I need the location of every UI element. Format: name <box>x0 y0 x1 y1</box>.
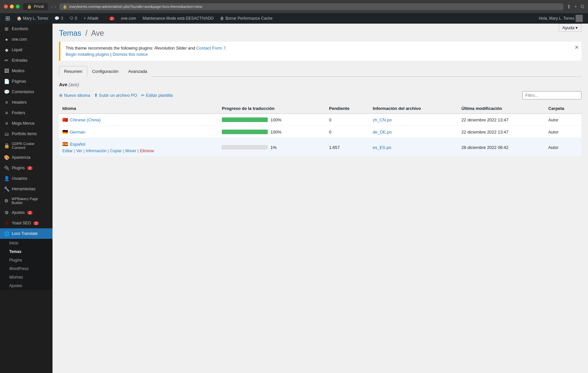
url-text: maryltorres.com/wp-admin/admin.php?bundl… <box>69 5 202 9</box>
sidebar-item-ajustes[interactable]: ⚙ Ajustes 2 <box>0 207 52 218</box>
onecom-icon: ● <box>4 37 9 42</box>
browser-actions: ⬆ + ⧉ <box>567 4 584 10</box>
file-link[interactable]: es_ES.po <box>373 145 391 150</box>
tab-configuracion[interactable]: Configuración <box>87 66 123 77</box>
loco-sub-idiomas[interactable]: Idiomas <box>0 273 52 281</box>
file-cell: es_ES.po <box>369 138 458 157</box>
lang-name-link[interactable]: Español <box>70 142 85 147</box>
sidebar-item-onecom[interactable]: ● one.com <box>0 34 52 45</box>
col-idioma: Idioma <box>59 103 219 114</box>
share-icon[interactable]: ⬆ <box>567 4 571 10</box>
loco-sub-plugins[interactable]: Plugins <box>0 256 52 264</box>
ver-action[interactable]: Ver <box>76 149 82 153</box>
sidebar-item-headers[interactable]: ≡ Headers <box>0 97 52 108</box>
breadcrumb-separator: / <box>85 29 87 37</box>
sidebar-item-liquid[interactable]: ◆ Liquid <box>0 45 52 55</box>
forward-button[interactable]: › <box>54 4 56 9</box>
speech-bubble-button[interactable]: 🗨 0 <box>67 13 80 24</box>
new-content-button[interactable]: + Añadir <box>81 13 101 24</box>
sidebar-item-footers[interactable]: ≡ Footers <box>0 108 52 118</box>
edit-template-label: Editar plantilla <box>146 93 173 98</box>
sidebar-item-medios[interactable]: 🖼 Medios <box>0 66 52 76</box>
sidebar-item-escritorio[interactable]: ⊞ Escritorio <box>0 24 52 34</box>
copiar-action[interactable]: Copiar <box>110 149 121 153</box>
trash-icon: 🗑 <box>220 16 224 21</box>
mover-action[interactable]: Mover <box>125 149 136 153</box>
install-plugins-link[interactable]: Begin installing plugins <box>66 52 109 57</box>
browser-tab[interactable]: 🔒 Privat <box>23 3 48 10</box>
sidebar-item-loco[interactable]: 🌐 Loco Translate <box>0 228 52 239</box>
greeting-text: Hola, Mary L. Torres <box>539 16 574 21</box>
new-lang-link[interactable]: ⊕ Nuevo idioma <box>59 93 90 98</box>
lang-name-link[interactable]: Chinese (China) <box>70 117 101 122</box>
browser-address-bar[interactable]: 🔒 maryltorres.com/wp-admin/admin.php?bun… <box>59 3 563 10</box>
comments-button[interactable]: 💬 3 <box>52 13 66 24</box>
maintenance-button[interactable]: Maintenance Mode está DESACTIVADO <box>140 13 217 24</box>
sidebar-item-herramientas[interactable]: 🔧 Herramientas <box>0 184 52 194</box>
breadcrumb-parent[interactable]: Temas <box>59 29 81 37</box>
lang-flag: 🇩🇪 German <box>62 129 85 135</box>
gdpr-icon: 🔒 <box>4 143 9 148</box>
onecom-button[interactable]: one.com <box>118 13 139 24</box>
upload-po-link[interactable]: ⬆ Subir un archivo PO <box>94 93 137 98</box>
tab-resumen[interactable]: Resumen <box>59 66 87 77</box>
sidebar-item-paginas[interactable]: 📄 Páginas <box>0 76 52 87</box>
sidebar-item-yoast[interactable]: Y Yoast SEO 2 <box>0 218 52 228</box>
yoast-button[interactable]: Y 2 <box>103 13 117 24</box>
file-link[interactable]: zh_CN.po <box>373 117 392 122</box>
sidebar-item-wpbakery[interactable]: ⚙ WPBakery Page Builder <box>0 194 52 207</box>
notice-plugin2-link[interactable]: Contact Form 7 <box>196 46 226 51</box>
sidebar-item-portfolio[interactable]: 🗂 Portfolio items <box>0 129 52 139</box>
close-dot[interactable] <box>4 5 8 9</box>
lang-name-link[interactable]: German <box>70 130 85 135</box>
pending-cell: 0 <box>326 114 369 126</box>
translations-table: Idioma Progreso de la traducción Pendien… <box>59 103 581 157</box>
informacion-action[interactable]: Información <box>86 149 107 153</box>
minimize-dot[interactable] <box>10 5 14 9</box>
paginas-icon: 📄 <box>4 79 9 84</box>
wp-admin-bar: ⊞ 🏠 Mary L. Torres 💬 3 🗨 0 + Añadir Y 2 … <box>0 13 588 24</box>
new-tab-icon[interactable]: + <box>574 4 577 10</box>
back-button[interactable]: ‹ <box>51 4 53 9</box>
tab-avanzada[interactable]: Avanzada <box>123 66 152 77</box>
help-btn[interactable]: Ayuda ▾ <box>559 24 581 32</box>
lock-icon: 🔒 <box>63 5 67 9</box>
cache-button[interactable]: 🗑 Borrar Performance Cache <box>218 13 275 24</box>
loco-sub-temas[interactable]: Temas <box>0 247 52 256</box>
sidebar-label: GDPR Cookie Consent <box>12 142 49 150</box>
sidebar-item-comentarios[interactable]: 💬 Comentarios <box>0 87 52 97</box>
progress-bar-bg <box>222 130 268 134</box>
loco-sub-ajustes[interactable]: Ajustes <box>0 281 52 290</box>
progress-pct: 100% <box>270 130 281 135</box>
sidebar-item-gdpr[interactable]: 🔒 GDPR Cookie Consent <box>0 139 52 152</box>
sidebar-item-plugins[interactable]: 🔌 Plugins 2 <box>0 163 52 173</box>
browser-dots <box>4 5 20 9</box>
nav-tabs: Resumen Configuración Avanzada <box>59 66 581 77</box>
dismiss-notice-link[interactable]: Dismiss this notice <box>113 52 148 57</box>
loco-sub-inicio[interactable]: Inicio <box>0 239 52 247</box>
maximize-dot[interactable] <box>16 5 20 9</box>
notice-and: and <box>187 46 196 51</box>
edit-template-link[interactable]: ✏ Editar plantilla <box>141 93 173 98</box>
modified-cell: 28 diciembre 2022 06:42 <box>458 138 545 157</box>
sidebar-item-apariencia[interactable]: 🎨 Apariencia <box>0 152 52 163</box>
sidebar-item-usuarios[interactable]: 👤 Usuarios <box>0 173 52 184</box>
sidebar-label: Páginas <box>12 79 26 84</box>
edit-action[interactable]: Editar <box>62 149 73 153</box>
user-greeting[interactable]: Hola, Mary L. Torres <box>536 13 585 24</box>
filter-input[interactable] <box>522 91 581 99</box>
notice-close-button[interactable]: ✕ <box>575 44 579 51</box>
file-link[interactable]: de_DE.po <box>373 130 392 135</box>
sidebar-item-megamenus[interactable]: ≡ Mega Menus <box>0 118 52 129</box>
site-name-button[interactable]: 🏠 Mary L. Torres <box>14 13 51 24</box>
notice-suffix: . <box>226 46 227 51</box>
sidebar: ⊞ Escritorio ● one.com ◆ Liquid ✏ Entrad… <box>0 24 52 373</box>
tabs-icon[interactable]: ⧉ <box>580 4 584 10</box>
sidebar-label: Ajustes <box>12 210 25 215</box>
plugin-notice: ✕ This theme recommends the following pl… <box>59 42 581 61</box>
loco-sub-wordpress[interactable]: WordPress <box>0 264 52 273</box>
eliminar-action[interactable]: Eliminar <box>140 149 154 153</box>
cache-label: Borrar Performance Cache <box>225 16 272 21</box>
wp-logo-button[interactable]: ⊞ <box>3 13 13 24</box>
sidebar-item-entradas[interactable]: ✏ Entradas <box>0 55 52 66</box>
